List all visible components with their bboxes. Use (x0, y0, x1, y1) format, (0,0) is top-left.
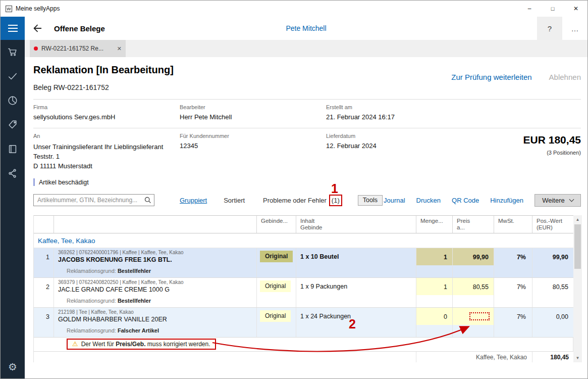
pos-wert-cell: 99,90 (532, 248, 574, 265)
mwst-cell: 7% (494, 248, 532, 265)
positions-toolbar: Gruppiert Sortiert Probleme oder Fehler … (33, 194, 581, 207)
tab-close-icon[interactable]: ✕ (117, 45, 122, 52)
qr-code-link[interactable]: QR Code (452, 197, 479, 204)
warning-icon: ⚠ (72, 340, 78, 348)
drucken-link[interactable]: Drucken (416, 197, 441, 204)
weitere-dropdown[interactable]: Weitere (534, 194, 581, 207)
menge-cell[interactable]: 1 (416, 248, 453, 265)
annotation-dotted-highlight (469, 312, 490, 320)
gebinde-cell[interactable]: Original (257, 248, 296, 265)
search-input[interactable] (34, 195, 154, 206)
pie-chart-icon[interactable] (1, 88, 25, 113)
field-an: An Unser Trainingslieferant Ihr Liebling… (33, 133, 180, 171)
group-footer-label: Kaffee, Tee, Kakao (416, 352, 532, 362)
gebinde-cell[interactable]: Original (257, 308, 296, 325)
field-firma: Firma sellysolutions Serv.ges.mbH (33, 104, 180, 121)
preis-cell-empty[interactable] (453, 308, 494, 325)
header-preis[interactable]: Preisa... (453, 216, 494, 233)
hamburger-menu-icon[interactable] (1, 17, 25, 40)
probleme-oder-fehler-filter[interactable]: Probleme oder Fehler (1) (263, 195, 342, 206)
total-positions: (3 Positionen) (462, 150, 581, 156)
forward-for-review-button[interactable]: Zur Prüfung weiterleiten (451, 73, 531, 81)
table-row[interactable]: 3 212198 | Tee | Kaffee, Tee, Kakao GOLD… (34, 308, 573, 351)
header-menge[interactable]: Menge... (416, 216, 453, 233)
scroll-down-icon[interactable]: ▼ (573, 354, 582, 362)
journal-link[interactable]: Journal (384, 197, 405, 204)
tools-button[interactable]: Tools (358, 195, 383, 206)
field-erstellt-am: Erstellt am 21. Februar 2024 16:17 (326, 104, 581, 121)
back-icon[interactable] (32, 23, 43, 34)
header-gebinde[interactable]: Gebinde... (257, 216, 296, 233)
field-lieferdatum: Lieferdatum 12. Februar 2024 (326, 133, 462, 171)
row-number: 1 (34, 248, 54, 265)
window-title: Meine sellyApps (16, 5, 60, 12)
reklamationsgrund: Reklamationsgrund: Bestellfehler (54, 265, 257, 277)
positions-table: Gebinde... InhaltGebinde Menge... Preisa… (33, 215, 582, 362)
complaint-note: Artikel beschädigt (33, 178, 89, 186)
row-number: 3 (34, 308, 54, 325)
total-amount: EUR 180,45 (462, 134, 581, 146)
reject-button[interactable]: Ablehnen (549, 73, 581, 81)
preis-cell[interactable]: 80,55 (453, 278, 494, 295)
tab-document[interactable]: RW-0221-161752 Re... ✕ (30, 40, 126, 57)
scrollbar-thumb[interactable] (574, 224, 581, 269)
view-gruppiert-link[interactable]: Gruppiert (180, 197, 207, 204)
sidebar: ⚙ (1, 17, 25, 378)
user-name[interactable]: Pete Mitchell (25, 24, 587, 32)
cart-icon[interactable] (1, 40, 25, 64)
reklamationsgrund: Reklamationsgrund: Falscher Artikel (54, 325, 257, 337)
divider (33, 128, 581, 128)
document-title: Reklamation [In Bearbeitung] (33, 64, 174, 76)
gear-icon[interactable]: ⚙ (1, 355, 25, 378)
tab-label: RW-0221-161752 Re... (41, 45, 103, 52)
document-total: EUR 180,45 (3 Positionen) (462, 133, 581, 171)
hinzufuegen-link[interactable]: Hinzufügen (490, 197, 523, 204)
search-box (33, 194, 154, 206)
table-row[interactable]: 2 369379 | 07622400820250 | Kaffee | Kaf… (34, 278, 573, 308)
scroll-up-icon[interactable]: ▲ (573, 215, 582, 224)
search-icon[interactable] (144, 196, 152, 206)
header-mwst[interactable]: MwSt. (494, 216, 532, 233)
article-cell: 369379 | 07622400820250 | Kaffee | Kaffe… (54, 278, 257, 295)
unsaved-dot-icon (34, 46, 38, 51)
header-inhalt-gebinde[interactable]: InhaltGebinde (296, 216, 416, 233)
inhalt-cell: 1 x 10 Beutel (296, 248, 416, 265)
gebinde-cell[interactable]: Original (257, 278, 296, 295)
header-description (54, 216, 257, 233)
note-accent-bar (33, 178, 35, 186)
chevron-down-icon (569, 197, 574, 202)
group-footer-row: Kaffee, Tee, Kakao 180,45 (34, 351, 573, 362)
vertical-scrollbar[interactable]: ▲ ▼ (573, 215, 582, 362)
minimize-icon[interactable]: – (518, 1, 541, 17)
book-icon[interactable] (1, 137, 25, 161)
share-icon[interactable] (1, 161, 25, 185)
header-pos-wert[interactable]: Pos.-Wert(EUR) (532, 216, 574, 233)
gebinde-badge: Original (260, 251, 293, 262)
close-icon[interactable]: ✕ (564, 1, 587, 17)
help-icon[interactable]: ? (537, 17, 562, 40)
maximize-icon[interactable]: □ (541, 1, 564, 17)
view-sortiert-link[interactable]: Sortiert (224, 197, 245, 204)
more-icon[interactable]: … (562, 17, 587, 40)
divider (33, 99, 581, 100)
reklamationsgrund: Reklamationsgrund: Bestellfehler (54, 295, 257, 307)
menge-cell[interactable]: 1 (416, 278, 453, 295)
tag-icon[interactable] (1, 113, 25, 137)
inhalt-cell: 1 x 9 Packungen (296, 278, 416, 295)
gebinde-badge: Original (260, 310, 291, 322)
header-num (34, 216, 54, 233)
field-kundennummer: Für Kundennummer 12345 (180, 133, 326, 171)
group-header-row[interactable]: Kaffee, Tee, Kakao (34, 233, 573, 248)
page-header: Offene Belege Pete Mitchell ? … (25, 17, 587, 40)
check-icon[interactable] (1, 64, 25, 88)
group-title: Kaffee, Tee, Kakao (34, 233, 574, 248)
page-title: Offene Belege (54, 24, 105, 33)
pos-wert-cell: 0,00 (532, 308, 574, 325)
titlebar: Meine sellyApps – □ ✕ (1, 1, 587, 17)
app-window: Meine sellyApps – □ ✕ (0, 0, 588, 379)
table-row[interactable]: 1 369262 | 07622400001796 | Kaffee | Kaf… (34, 248, 573, 278)
preis-cell[interactable]: 99,90 (453, 248, 494, 265)
document-subtitle: Beleg RW-0221-161752 (33, 83, 109, 91)
annotation-step-1: 1 (331, 181, 338, 196)
menge-cell[interactable]: 0 (416, 308, 453, 325)
